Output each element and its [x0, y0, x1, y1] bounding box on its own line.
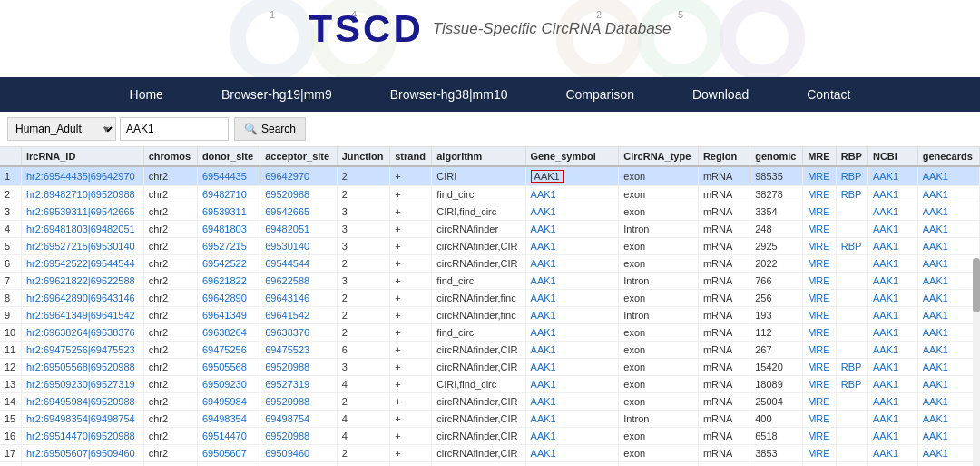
nav-download[interactable]: Download [663, 77, 778, 112]
mre-cell[interactable]: MRE [803, 445, 837, 462]
ncbi-cell[interactable]: AAK1 [867, 393, 917, 411]
ncbi-cell[interactable]: AAK1 [867, 166, 917, 186]
genecards-cell[interactable]: AAK1 [917, 376, 979, 393]
acceptor-cell[interactable]: 69642970 [260, 166, 337, 186]
donor-cell[interactable]: 69621822 [197, 273, 260, 290]
genecards-cell[interactable]: AAK1 [917, 166, 979, 186]
donor-cell[interactable]: 69544435 [197, 166, 260, 186]
ncbi-cell[interactable]: AAK1 [867, 238, 917, 255]
ncbi-cell[interactable]: AAK1 [867, 255, 917, 273]
acceptor-cell[interactable]: 69509460 [260, 445, 337, 462]
nav-comparison[interactable]: Comparison [536, 77, 662, 112]
acceptor-cell[interactable]: 69638376 [260, 324, 337, 342]
ncbi-cell[interactable]: AAK1 [867, 376, 917, 393]
gene-symbol-cell[interactable]: AAK1 [525, 307, 619, 324]
genecards-cell[interactable]: AAK1 [917, 238, 979, 255]
nav-browser-hg38[interactable]: Browser-hg38|mm10 [361, 77, 537, 112]
gene-symbol-cell[interactable]: AAK1 [525, 186, 619, 203]
gene-symbol-cell[interactable]: AAK1 [525, 203, 619, 221]
circrna-id-cell[interactable]: hr2:69621822|69622588 [21, 273, 143, 290]
circrna-id-cell[interactable]: hr2:69481803|69482051 [21, 221, 143, 238]
genecards-cell[interactable]: AAK1 [917, 307, 979, 324]
search-button[interactable]: 🔍 Search [234, 117, 306, 141]
ncbi-cell[interactable]: AAK1 [867, 445, 917, 462]
rbp-cell[interactable]: RBP [836, 376, 867, 393]
circrna-id-cell[interactable]: hr2:69505568|69520988 [21, 359, 143, 376]
circrna-id-cell[interactable]: hr2:69544435|69642970 [21, 166, 143, 186]
ncbi-cell[interactable]: AAK1 [867, 290, 917, 307]
acceptor-cell[interactable]: 69527319 [260, 376, 337, 393]
donor-cell[interactable]: 69498354 [197, 411, 260, 428]
mre-cell[interactable]: MRE [803, 307, 837, 324]
ncbi-cell[interactable]: AAK1 [867, 203, 917, 221]
donor-cell[interactable]: 69527215 [197, 238, 260, 255]
ncbi-cell[interactable]: AAK1 [867, 411, 917, 428]
acceptor-cell[interactable]: 69520988 [260, 393, 337, 411]
gene-symbol-cell[interactable]: AAK1 [525, 324, 619, 342]
circrna-id-cell[interactable]: hr2:69482710|69520988 [21, 186, 143, 203]
genecards-cell[interactable]: AAK1 [917, 359, 979, 376]
circrna-id-cell[interactable]: hr2:69542522|69544544 [21, 255, 143, 273]
gene-symbol-cell[interactable]: AAK1 [525, 238, 619, 255]
mre-cell[interactable]: MRE [803, 393, 837, 411]
gene-symbol-cell[interactable]: AAK1 [525, 462, 619, 467]
gene-symbol-cell[interactable]: AAK1 [525, 411, 619, 428]
ncbi-cell[interactable]: AAK1 [867, 273, 917, 290]
donor-cell[interactable]: 69481803 [197, 221, 260, 238]
rbp-cell[interactable]: RBP [836, 166, 867, 186]
search-input[interactable] [120, 117, 229, 141]
acceptor-cell[interactable]: 69498754 [260, 411, 337, 428]
gene-symbol-cell[interactable]: AAK1 [525, 376, 619, 393]
ncbi-cell[interactable]: AAK1 [867, 462, 917, 467]
acceptor-cell[interactable]: 69520988 [260, 428, 337, 445]
ncbi-cell[interactable]: AAK1 [867, 428, 917, 445]
donor-cell[interactable]: 69638264 [197, 324, 260, 342]
circrna-id-cell[interactable]: hr2:69495984|69520988 [21, 393, 143, 411]
mre-cell[interactable]: MRE [803, 273, 837, 290]
circrna-id-cell[interactable]: hr2:69641349|69641542 [21, 307, 143, 324]
circrna-id-cell[interactable]: hr2:69539311|69542665 [21, 203, 143, 221]
genecards-cell[interactable]: AAK1 [917, 428, 979, 445]
mre-cell[interactable]: MRE [803, 203, 837, 221]
genecards-cell[interactable]: AAK1 [917, 393, 979, 411]
mre-cell[interactable]: MRE [803, 462, 837, 467]
rbp-cell[interactable]: RBP [836, 186, 867, 203]
nav-home[interactable]: Home [101, 77, 192, 112]
mre-cell[interactable]: MRE [803, 376, 837, 393]
circrna-id-cell[interactable]: hr2:69509230|69527319 [21, 376, 143, 393]
acceptor-cell[interactable]: 69482051 [260, 221, 337, 238]
gene-symbol-cell[interactable]: AAK1 [525, 273, 619, 290]
mre-cell[interactable]: MRE [803, 342, 837, 359]
donor-cell[interactable]: 69514470 [197, 428, 260, 445]
donor-cell[interactable]: 69495984 [197, 462, 260, 467]
ncbi-cell[interactable]: AAK1 [867, 186, 917, 203]
genecards-cell[interactable]: AAK1 [917, 445, 979, 462]
donor-cell[interactable]: 69505568 [197, 359, 260, 376]
nav-browser-hg19[interactable]: Browser-hg19|mm9 [192, 77, 361, 112]
acceptor-cell[interactable]: 69530140 [260, 238, 337, 255]
donor-cell[interactable]: 69482710 [197, 186, 260, 203]
gene-symbol-cell[interactable]: AAK1 [525, 428, 619, 445]
acceptor-cell[interactable]: 69622588 [260, 273, 337, 290]
donor-cell[interactable]: 69509230 [197, 376, 260, 393]
mre-cell[interactable]: MRE [803, 186, 837, 203]
mre-cell[interactable]: MRE [803, 290, 837, 307]
scrollbar[interactable] [973, 258, 980, 466]
circrna-id-cell[interactable]: hr2:69527215|69530140 [21, 238, 143, 255]
gene-symbol-cell[interactable]: AAK1 [525, 393, 619, 411]
mre-cell[interactable]: MRE [803, 238, 837, 255]
species-select[interactable]: Human_Adult Human_Fetal Mouse_Adult Mous… [7, 117, 116, 141]
mre-cell[interactable]: MRE [803, 411, 837, 428]
circrna-id-cell[interactable]: hr2:69498354|69498754 [21, 411, 143, 428]
genecards-cell[interactable]: AAK1 [917, 462, 979, 467]
genecards-cell[interactable]: AAK1 [917, 203, 979, 221]
ncbi-cell[interactable]: AAK1 [867, 221, 917, 238]
acceptor-cell[interactable]: 69641542 [260, 307, 337, 324]
rbp-cell[interactable]: RBP [836, 238, 867, 255]
genecards-cell[interactable]: AAK1 [917, 255, 979, 273]
circrna-id-cell[interactable]: hr2:69638264|69638376 [21, 324, 143, 342]
scrollbar-thumb[interactable] [973, 258, 980, 312]
genecards-cell[interactable]: AAK1 [917, 324, 979, 342]
circrna-id-cell[interactable]: hr2:69495984|69509463 [21, 462, 143, 467]
gene-symbol-cell[interactable]: AAK1 [525, 290, 619, 307]
